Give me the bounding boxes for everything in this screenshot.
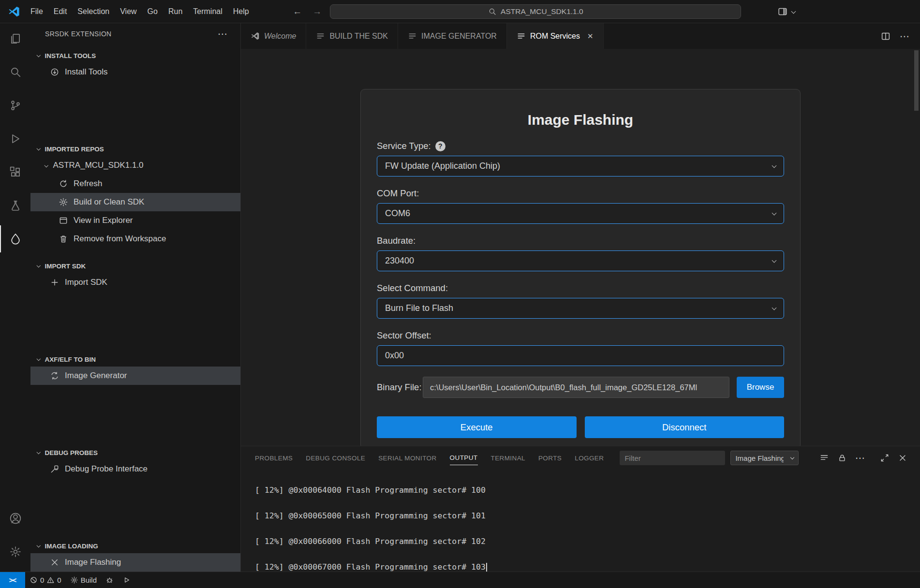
section-label: INSTALL TOOLS	[45, 52, 96, 59]
disconnect-button[interactable]: Disconnect	[585, 416, 785, 438]
section-imported-repos[interactable]: IMPORTED REPOS	[30, 142, 240, 156]
panel-tab-ports[interactable]: PORTS	[538, 451, 562, 465]
split-editor-icon[interactable]	[880, 31, 891, 42]
sidebar-item-view-in-explorer[interactable]: View in Explorer	[30, 211, 240, 230]
extensions-icon[interactable]	[0, 159, 30, 186]
section-import-sdk[interactable]: IMPORT SDK	[30, 259, 240, 273]
panel-tab-logger[interactable]: LOGGER	[575, 451, 604, 465]
command-select[interactable]: Burn File to Flash	[377, 298, 784, 319]
output-line: [ 12%] @0x00066000 Flash Programming sec…	[255, 529, 920, 554]
clear-output-icon[interactable]	[819, 453, 829, 463]
srsdk-extension-icon[interactable]	[0, 225, 30, 252]
sidebar-item-image-generator[interactable]: Image Generator	[30, 367, 240, 385]
search-icon[interactable]	[0, 59, 30, 86]
layout-chevron-icon[interactable]	[791, 9, 796, 14]
sidebar: SRSDK EXTENSION ⋯ INSTALL TOOLS Install …	[30, 23, 241, 572]
sidebar-item-install-tools[interactable]: Install Tools	[30, 63, 240, 81]
window-icon	[59, 216, 68, 225]
menu-edit[interactable]: Edit	[48, 5, 73, 18]
menu-go[interactable]: Go	[142, 5, 163, 18]
baudrate-select[interactable]: 230400	[377, 250, 784, 271]
section-axf-elf-to-bin[interactable]: AXF/ELF TO BIN	[30, 352, 240, 367]
testing-icon[interactable]	[0, 192, 30, 219]
build-status-button[interactable]: Build	[66, 572, 101, 588]
explorer-icon[interactable]	[0, 25, 30, 52]
search-icon	[488, 7, 497, 16]
sidebar-item-debug-probe-interface[interactable]: Debug Probe Interface	[30, 460, 240, 478]
item-label: ASTRA_MCU_SDK1.1.0	[53, 161, 144, 170]
panel-tab-problems[interactable]: PROBLEMS	[255, 451, 293, 465]
gear-icon	[70, 576, 78, 584]
output-log[interactable]: [ 12%] @0x00064000 Flash Programming sec…	[241, 470, 920, 572]
service-type-select[interactable]: FW Update (Application Chip)	[377, 156, 784, 176]
help-icon[interactable]: ?	[435, 141, 445, 151]
command-center-search[interactable]: ASTRA_MCU_SDK1.1.0	[330, 4, 741, 19]
editor-more-actions-icon[interactable]: ⋯	[900, 30, 909, 42]
run-status-button[interactable]	[118, 572, 135, 588]
text-cursor	[486, 563, 487, 572]
section-debug-probes[interactable]: DEBUG PROBES	[30, 445, 240, 460]
settings-gear-icon[interactable]	[0, 538, 30, 565]
output-filter-input[interactable]	[620, 451, 725, 465]
panel-tab-output[interactable]: OUTPUT	[450, 451, 478, 465]
run-debug-icon[interactable]	[0, 125, 30, 152]
sidebar-item-remove-from-workspace[interactable]: Remove from Workspace	[30, 230, 240, 248]
menu-view[interactable]: View	[115, 5, 142, 18]
source-control-icon[interactable]	[0, 92, 30, 119]
editor-scrollbar[interactable]	[914, 50, 919, 111]
forward-arrow-icon[interactable]: →	[310, 6, 324, 17]
panel-tab-debug-console[interactable]: DEBUG CONSOLE	[306, 451, 365, 465]
sidebar-item-refresh[interactable]: Refresh	[30, 175, 240, 193]
item-label: View in Explorer	[74, 216, 133, 225]
lock-icon[interactable]	[837, 453, 847, 463]
select-command-label: Select Command:	[377, 283, 448, 294]
section-label: IMPORTED REPOS	[45, 146, 104, 153]
chevron-down-icon	[37, 264, 41, 267]
menu-selection[interactable]: Selection	[72, 5, 115, 18]
menu-help[interactable]: Help	[228, 5, 254, 18]
command-value: Burn File to Flash	[385, 303, 453, 313]
sidebar-title: SRSDK EXTENSION	[45, 30, 112, 38]
debug-status-button[interactable]	[101, 572, 118, 588]
panel-tab-serial-monitor[interactable]: SERIAL MONITOR	[378, 451, 436, 465]
account-icon[interactable]	[0, 505, 30, 532]
close-panel-icon[interactable]	[898, 453, 907, 463]
section-label: IMAGE LOADING	[45, 543, 98, 550]
section-image-loading[interactable]: IMAGE LOADING	[30, 539, 240, 553]
sector-offset-input[interactable]	[377, 345, 784, 366]
section-label: DEBUG PROBES	[45, 449, 98, 456]
sidebar-item-import-sdk[interactable]: Import SDK	[30, 273, 240, 292]
sector-offset-label: Sector Offset:	[377, 330, 431, 341]
image-flashing-card: Image Flashing Service Type: ? FW Update…	[360, 89, 801, 446]
item-label: Import SDK	[65, 278, 107, 287]
binary-file-input[interactable]	[423, 377, 729, 398]
problems-status[interactable]: 0 0	[25, 572, 66, 588]
execute-button[interactable]: Execute	[377, 416, 577, 438]
sidebar-more-actions-icon[interactable]: ⋯	[218, 28, 228, 40]
tab-welcome[interactable]: Welcome	[241, 23, 306, 49]
sync-icon	[50, 371, 59, 381]
sidebar-item-build-or-clean-sdk[interactable]: Build or Clean SDK	[30, 193, 240, 211]
menu-terminal[interactable]: Terminal	[188, 5, 227, 18]
tab-image-generator[interactable]: IMAGE GENERATOR	[398, 23, 507, 49]
menu-file[interactable]: File	[25, 5, 48, 18]
output-channel-value: Image Flashing	[735, 454, 784, 462]
customize-layout-icon[interactable]	[777, 6, 788, 17]
sidebar-item-repo[interactable]: ASTRA_MCU_SDK1.1.0	[30, 156, 240, 175]
item-label: Image Flashing	[65, 558, 121, 567]
tab-build-the-sdk[interactable]: BUILD THE SDK	[306, 23, 398, 49]
panel-tab-terminal[interactable]: TERMINAL	[491, 451, 525, 465]
back-arrow-icon[interactable]: ←	[290, 6, 304, 17]
browse-button[interactable]: Browse	[737, 377, 784, 398]
maximize-panel-icon[interactable]	[880, 453, 890, 463]
section-install-tools[interactable]: INSTALL TOOLS	[30, 48, 240, 63]
tab-rom-services[interactable]: ROM Services ✕	[507, 23, 604, 49]
panel-more-actions-icon[interactable]: ⋯	[855, 452, 865, 464]
output-channel-select[interactable]: Image Flashing	[730, 451, 799, 465]
remote-indicator[interactable]: ><	[0, 572, 25, 588]
close-tab-icon[interactable]: ✕	[587, 32, 594, 41]
com-port-select[interactable]: COM6	[377, 203, 784, 224]
sidebar-item-image-flashing[interactable]: Image Flashing	[30, 553, 240, 572]
menu-run[interactable]: Run	[163, 5, 188, 18]
com-port-label: COM Port:	[377, 188, 419, 199]
